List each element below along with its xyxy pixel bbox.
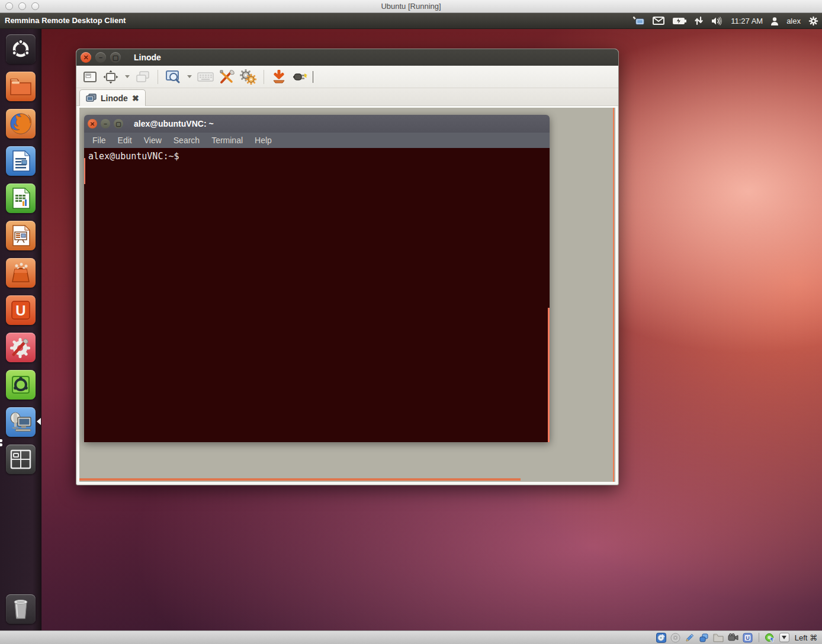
launcher-item-ubuntu-tweak[interactable] xyxy=(6,370,36,400)
launcher-item-system-settings[interactable] xyxy=(6,333,36,362)
remmina-tabbar: Linode ✖ xyxy=(76,88,618,106)
terminal-close-button[interactable]: ✕ xyxy=(88,119,97,128)
ubuntu-logo-icon xyxy=(10,38,31,60)
host-key-label: Left ⌘ xyxy=(795,633,817,642)
optical-disc-icon[interactable] xyxy=(670,633,680,643)
down-arrow-icon xyxy=(782,636,786,639)
menu-search[interactable]: Search xyxy=(174,136,200,145)
unity-launcher: U xyxy=(0,29,41,630)
launcher-item-trash[interactable] xyxy=(6,594,36,624)
menu-edit[interactable]: Edit xyxy=(118,136,132,145)
duplicate-connection-button[interactable] xyxy=(135,69,150,85)
hostkey-dropdown-button[interactable] xyxy=(779,633,789,642)
terminal-titlebar[interactable]: ✕ – ▢ alex@ubuntuVNC: ~ xyxy=(84,115,550,133)
shared-folder-icon[interactable] xyxy=(713,633,724,642)
remmina-maximize-button[interactable]: ▢ xyxy=(110,52,121,63)
menu-view[interactable]: View xyxy=(144,136,162,145)
ubuntu-tweak-icon xyxy=(9,373,32,396)
zoom-button[interactable] xyxy=(165,69,181,85)
host-window-title: Ubuntu [Running] xyxy=(0,2,822,11)
remmina-window-title: Linode xyxy=(134,53,161,62)
toolbar-text-cursor xyxy=(313,71,313,83)
remmina-minimize-button[interactable]: – xyxy=(95,52,106,63)
launcher-item-ubuntu-software-center[interactable] xyxy=(6,258,36,288)
plug-icon xyxy=(292,70,307,83)
usb-icon[interactable]: U xyxy=(743,633,753,643)
mail-icon[interactable] xyxy=(653,17,664,25)
user-name[interactable]: alex xyxy=(786,17,801,25)
remmina-window: ✕ – ▢ Linode xyxy=(76,49,619,485)
zoom-window-icon xyxy=(165,70,181,84)
app-menu-title[interactable]: Remmina Remote Desktop Client xyxy=(5,16,126,25)
remote-desktop-viewport[interactable]: ✕ – ▢ alex@ubuntuVNC: ~ File Edit View S… xyxy=(78,106,617,484)
screenshot-icon xyxy=(272,70,286,84)
connection-tab-linode[interactable]: Linode ✖ xyxy=(79,89,146,106)
system-tray: 11:27 AM alex xyxy=(632,13,818,28)
disconnect-button[interactable] xyxy=(292,69,307,85)
remmina-close-button[interactable]: ✕ xyxy=(81,52,91,63)
terminal-minimize-button[interactable]: – xyxy=(101,119,110,128)
session-gear-icon[interactable] xyxy=(808,16,818,26)
connection-tab-icon xyxy=(86,94,97,102)
remmina-titlebar[interactable]: ✕ – ▢ Linode xyxy=(76,49,618,66)
settings-button[interactable] xyxy=(240,69,256,85)
launcher-item-dash-home[interactable] xyxy=(6,34,36,64)
screenshot-button[interactable] xyxy=(271,69,287,85)
volume-icon[interactable] xyxy=(711,17,723,25)
statusbar-separator xyxy=(759,633,759,642)
launcher-item-firefox[interactable] xyxy=(6,109,36,139)
fit-window-icon xyxy=(103,70,118,84)
network-icon[interactable] xyxy=(699,633,709,643)
tab-label: Linode xyxy=(101,94,128,103)
terminal-maximize-button[interactable]: ▢ xyxy=(114,119,123,128)
zoom-dropdown[interactable] xyxy=(187,75,192,78)
duplicate-icon xyxy=(136,70,150,83)
software-center-bag-icon xyxy=(9,262,32,284)
impress-presentation-icon xyxy=(11,224,31,247)
video-capture-icon[interactable] xyxy=(728,633,738,642)
mouse-integration-icon[interactable] xyxy=(765,633,775,643)
clock[interactable]: 11:27 AM xyxy=(731,17,763,25)
battery-icon[interactable] xyxy=(672,17,686,25)
remmina-icon xyxy=(8,410,33,434)
remmina-running-pip xyxy=(0,439,2,442)
svg-text:U: U xyxy=(746,635,750,641)
fit-window-button[interactable] xyxy=(103,69,118,85)
launcher-item-libreoffice-impress[interactable] xyxy=(6,221,36,250)
keyboard-grab-button[interactable] xyxy=(197,69,214,85)
firefox-icon xyxy=(8,111,33,136)
host-titlebar: Ubuntu [Running] xyxy=(0,0,822,13)
fullscreen-button[interactable] xyxy=(82,69,98,85)
shell-prompt: alex@ubuntuVNC:~$ xyxy=(88,151,179,162)
launcher-item-ubuntu-one[interactable]: U xyxy=(6,295,36,325)
folder-icon xyxy=(9,77,32,96)
screen: Ubuntu [Running] Remmina Remote Desktop … xyxy=(0,0,822,644)
writer-document-icon xyxy=(11,150,31,172)
ubuntu-one-icon: U xyxy=(9,298,33,322)
launcher-item-libreoffice-writer[interactable] xyxy=(6,146,36,176)
launcher-item-libreoffice-calc[interactable] xyxy=(6,183,36,213)
terminal-output[interactable]: alex@ubuntuVNC:~$ xyxy=(84,148,550,442)
terminal-menubar: File Edit View Search Terminal Help xyxy=(84,133,550,148)
keyboard-icon xyxy=(197,72,214,82)
launcher-item-remmina[interactable] xyxy=(6,407,36,437)
menu-terminal[interactable]: Terminal xyxy=(211,136,243,145)
user-icon[interactable] xyxy=(770,17,779,25)
vbox-statusbar: U Left ⌘ xyxy=(0,630,822,644)
pencil-icon[interactable] xyxy=(685,633,695,643)
bandwidth-icon[interactable] xyxy=(694,16,704,25)
vnc-artifact-line-viewport-right xyxy=(613,108,614,482)
menu-file[interactable]: File xyxy=(92,136,106,145)
launcher-item-files[interactable] xyxy=(6,72,36,101)
hard-disk-icon[interactable] xyxy=(656,633,666,643)
tools-button[interactable] xyxy=(219,69,235,85)
tab-close-icon[interactable]: ✖ xyxy=(132,94,139,102)
fit-window-dropdown[interactable] xyxy=(125,75,130,78)
desktop-wallpaper: U ✕ – xyxy=(0,29,822,630)
menu-help[interactable]: Help xyxy=(255,136,272,145)
launcher-item-workspace-switcher[interactable] xyxy=(6,445,36,474)
remote-terminal-window[interactable]: ✕ – ▢ alex@ubuntuVNC: ~ File Edit View S… xyxy=(84,115,550,442)
terminal-title: alex@ubuntuVNC: ~ xyxy=(134,119,214,128)
toolbar-separator xyxy=(158,70,158,84)
remote-desktop-indicator-icon[interactable] xyxy=(632,16,645,25)
